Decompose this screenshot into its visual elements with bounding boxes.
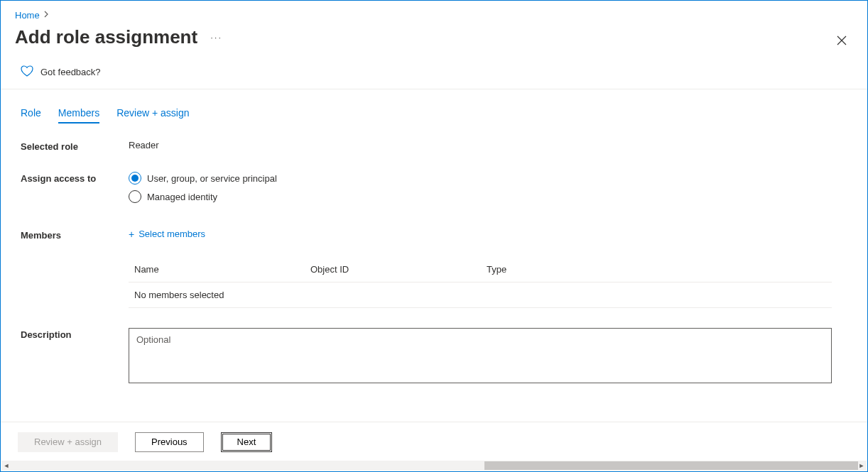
more-actions-button[interactable]: ··· <box>210 32 222 43</box>
table-header-name: Name <box>134 264 310 275</box>
table-header-type: Type <box>487 264 826 275</box>
selected-role-value: Reader <box>129 140 853 152</box>
select-members-link[interactable]: + Select members <box>129 229 205 239</box>
previous-button[interactable]: Previous <box>135 432 204 452</box>
radio-unselected-icon <box>129 190 141 203</box>
radio-user-group-sp[interactable]: User, group, or service principal <box>129 172 853 185</box>
scroll-right-arrow-icon[interactable]: ► <box>857 461 867 471</box>
members-table: Name Object ID Type No members selected <box>129 257 832 308</box>
feedback-label: Got feedback? <box>40 67 101 77</box>
radio-managed-identity-label: Managed identity <box>147 192 217 202</box>
heart-icon <box>21 65 33 79</box>
content-scroll-area[interactable]: Role Members Review + assign Selected ro… <box>1 93 867 420</box>
breadcrumb-home-link[interactable]: Home <box>15 10 40 21</box>
page-title: Add role assignment <box>15 26 197 48</box>
selected-role-label: Selected role <box>21 140 129 152</box>
radio-user-group-sp-label: User, group, or service principal <box>147 173 277 184</box>
table-header-object-id: Object ID <box>310 264 487 275</box>
review-assign-button[interactable]: Review + assign <box>18 432 118 452</box>
next-button[interactable]: Next <box>221 432 273 452</box>
members-label: Members <box>21 229 129 308</box>
radio-selected-icon <box>129 172 141 185</box>
tabs: Role Members Review + assign <box>21 93 853 130</box>
chevron-right-icon <box>44 10 50 20</box>
divider <box>1 89 867 89</box>
scroll-thumb[interactable] <box>484 461 858 470</box>
tab-role[interactable]: Role <box>21 107 41 123</box>
feedback-link[interactable]: Got feedback? <box>1 60 867 89</box>
tab-members[interactable]: Members <box>58 107 99 123</box>
assign-access-label: Assign access to <box>21 172 129 209</box>
close-icon[interactable] <box>836 35 847 48</box>
tab-review-assign[interactable]: Review + assign <box>116 107 189 123</box>
plus-icon: + <box>129 229 134 239</box>
scroll-left-arrow-icon[interactable]: ◄ <box>1 461 11 471</box>
table-empty-row: No members selected <box>129 282 832 308</box>
radio-managed-identity[interactable]: Managed identity <box>129 190 853 203</box>
description-label: Description <box>21 328 129 385</box>
description-input[interactable] <box>129 328 832 383</box>
breadcrumb: Home <box>1 1 867 23</box>
select-members-label: Select members <box>139 229 205 239</box>
horizontal-scrollbar[interactable]: ◄ ► <box>1 461 867 471</box>
footer-bar: Review + assign Previous Next <box>1 422 867 461</box>
